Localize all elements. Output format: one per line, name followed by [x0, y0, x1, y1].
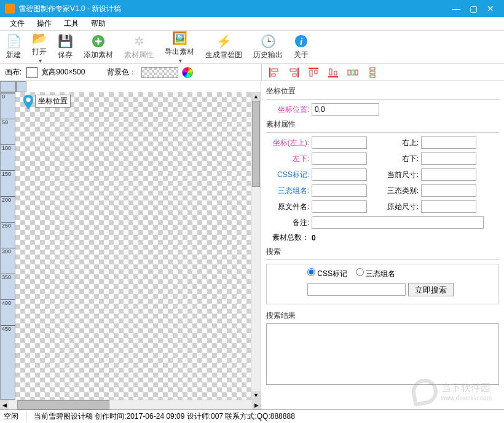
- history-button[interactable]: 🕒历史输出: [253, 34, 283, 60]
- asset-props-button[interactable]: ✲素材属性: [124, 34, 154, 60]
- svg-rect-4: [272, 69, 278, 71]
- bgcolor-label: 背景色：: [107, 67, 136, 77]
- svg-rect-11: [315, 70, 317, 74]
- scrollbar-horizontal[interactable]: ◀ ▶: [0, 400, 261, 409]
- scroll-thumb-v[interactable]: [252, 101, 260, 187]
- color-picker-button[interactable]: [182, 67, 193, 78]
- canvas-size-value: 宽高900×500: [41, 67, 85, 77]
- remark-label: 备注:: [266, 218, 309, 228]
- search-input[interactable]: [307, 283, 406, 296]
- position-panel-title: 坐标位置: [266, 86, 499, 97]
- svg-rect-16: [352, 70, 354, 75]
- origsize-input[interactable]: [421, 200, 476, 213]
- topleft-label: 坐标(左上):: [266, 138, 309, 148]
- canvas-area: 050100150200250300350400450 050100150200…: [0, 81, 261, 409]
- cursize-label: 当前尺寸:: [382, 170, 419, 180]
- add-asset-button[interactable]: 添加素材: [84, 34, 113, 60]
- export-asset-button[interactable]: 🖼️导出素材▾: [165, 31, 194, 64]
- svg-rect-3: [269, 68, 270, 77]
- add-icon: [91, 34, 106, 49]
- svg-rect-13: [329, 69, 332, 75]
- menu-tool[interactable]: 工具: [58, 17, 85, 30]
- pin-label: 坐标位置: [35, 95, 71, 108]
- position-input[interactable]: [312, 103, 379, 116]
- topright-label: 右上:: [382, 138, 419, 148]
- bottomleft-input[interactable]: [312, 152, 367, 165]
- search-css-radio[interactable]: CSS标记: [307, 268, 347, 279]
- align-top-icon[interactable]: [307, 66, 320, 79]
- canvas-label: 画布:: [5, 67, 22, 77]
- app-icon: [5, 4, 15, 14]
- menu-help[interactable]: 帮助: [85, 17, 112, 30]
- search-result-box: [266, 323, 499, 385]
- distribute-v-icon[interactable]: [366, 66, 379, 79]
- svg-rect-15: [348, 70, 350, 75]
- origfile-label: 原文件名:: [266, 202, 309, 212]
- csstag-input[interactable]: [312, 168, 367, 181]
- svg-rect-17: [355, 70, 358, 75]
- search-title: 搜索: [266, 247, 499, 257]
- new-button[interactable]: 📄新建: [6, 34, 21, 60]
- window-title: 雪碧图制作专家V1.0 - 新设计稿: [18, 4, 447, 14]
- position-marker[interactable]: 坐标位置: [23, 95, 71, 109]
- remark-input[interactable]: [312, 216, 484, 229]
- search-panel: CSS标记 三态组名 立即搜索: [266, 264, 499, 304]
- scroll-down-icon[interactable]: ▼: [251, 391, 261, 400]
- scrollbar-vertical[interactable]: ▲ ▼: [251, 92, 261, 400]
- maximize-button[interactable]: ▢: [465, 4, 482, 14]
- total-label: 素材总数：: [266, 232, 309, 243]
- canvas-options-bar: 画布: 宽高900×500 背景色：: [0, 64, 261, 81]
- about-button[interactable]: i关于: [294, 34, 309, 60]
- cursize-input[interactable]: [421, 168, 476, 181]
- svg-rect-7: [290, 69, 296, 71]
- search-button[interactable]: 立即搜索: [408, 283, 454, 296]
- align-toolbar: [261, 64, 504, 81]
- asset-props-title: 素材属性: [266, 119, 499, 130]
- clock-icon: 🕒: [261, 34, 275, 49]
- topleft-input[interactable]: [312, 136, 367, 149]
- gen-sprite-button[interactable]: ⚡生成雪碧图: [205, 34, 242, 60]
- bottomleft-label: 左下:: [266, 154, 309, 164]
- canvas-fit-button[interactable]: [26, 67, 37, 78]
- result-title: 搜索结果: [266, 310, 499, 321]
- save-button[interactable]: 💾保存: [58, 34, 73, 60]
- groupname-input[interactable]: [312, 184, 367, 197]
- scroll-thumb-h[interactable]: [17, 400, 109, 409]
- position-label: 坐标位置:: [266, 105, 309, 115]
- svg-rect-12: [328, 76, 338, 77]
- origfile-input[interactable]: [312, 200, 367, 213]
- lightning-icon: ⚡: [216, 34, 231, 49]
- export-icon: 🖼️: [172, 31, 187, 45]
- search-group-radio[interactable]: 三态组名: [356, 268, 395, 279]
- canvas[interactable]: 坐标位置: [15, 92, 251, 400]
- align-left-icon[interactable]: [268, 66, 280, 79]
- grouptype-label: 三态类别:: [382, 186, 419, 196]
- toolbar: 📄新建 📂打开▾ 💾保存 添加素材 ✲素材属性 🖼️导出素材▾ ⚡生成雪碧图 🕒…: [0, 31, 504, 64]
- origsize-label: 原始尺寸:: [382, 202, 419, 212]
- topright-input[interactable]: [421, 136, 476, 149]
- dropdown-icon: ▾: [179, 57, 182, 64]
- close-button[interactable]: ✕: [482, 4, 499, 14]
- bg-color-swatch[interactable]: [141, 67, 178, 78]
- menu-operation[interactable]: 操作: [31, 17, 58, 30]
- distribute-h-icon[interactable]: [347, 66, 359, 79]
- minimize-button[interactable]: —: [447, 4, 465, 14]
- dropdown-icon: ▾: [39, 57, 42, 64]
- svg-rect-5: [272, 74, 275, 76]
- grouptype-input[interactable]: [421, 184, 476, 197]
- svg-rect-14: [334, 71, 337, 75]
- bottomright-input[interactable]: [421, 152, 476, 165]
- scroll-right-icon[interactable]: ▶: [252, 400, 261, 409]
- ruler-corner: [0, 81, 15, 92]
- status-info: 当前雪碧图设计稿 创作时间:2017-06-24 09:09 设计师:007 联…: [34, 411, 295, 422]
- align-bottom-icon[interactable]: [327, 66, 339, 79]
- svg-rect-9: [309, 68, 318, 69]
- svg-rect-18: [370, 68, 375, 70]
- align-right-icon[interactable]: [288, 66, 300, 79]
- menu-file[interactable]: 文件: [4, 17, 31, 30]
- scroll-left-icon[interactable]: ◀: [0, 400, 9, 409]
- scroll-up-icon[interactable]: ▲: [251, 92, 261, 101]
- menubar: 文件 操作 工具 帮助: [0, 17, 504, 31]
- open-button[interactable]: 📂打开▾: [32, 31, 47, 64]
- svg-point-21: [26, 98, 31, 103]
